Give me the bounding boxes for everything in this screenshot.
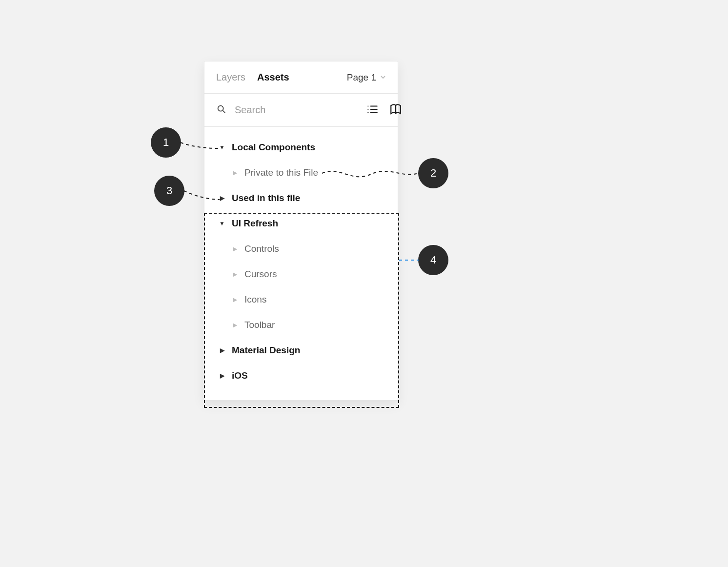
tree-item-used-in-file[interactable]: ▶ Used in this file [204,185,398,211]
caret-right-icon: ▶ [217,372,227,379]
svg-point-2 [367,105,368,106]
tab-bar: Layers Assets Page 1 [204,61,398,94]
tab-layers[interactable]: Layers [216,72,245,83]
page-selector[interactable]: Page 1 [347,72,386,83]
tree-item-label: Local Components [232,142,315,153]
tree-item-ui-refresh[interactable]: ▼ UI Refresh [204,211,398,236]
chevron-down-icon [380,74,386,81]
caret-right-icon: ▶ [217,347,227,354]
callout-number: 1 [163,136,169,149]
callout-number: 4 [430,254,436,266]
list-view-icon[interactable] [366,103,379,118]
tree-item-label: Cursors [244,269,277,280]
tree-item-private-to-file[interactable]: ▶ Private to this File [204,160,398,185]
tree-item-icons[interactable]: ▶ Icons [204,287,398,312]
caret-right-icon: ▶ [230,245,240,252]
callout-4: 4 [418,245,448,275]
search-toolbar [366,103,402,118]
svg-point-0 [218,105,223,111]
callout-1: 1 [151,127,181,158]
tree-item-label: Toolbar [244,320,275,330]
callout-2: 2 [418,158,448,188]
svg-point-6 [367,112,368,113]
caret-down-icon: ▼ [217,144,227,151]
tree-item-label: Used in this file [232,193,300,203]
tree-item-label: Controls [244,243,279,254]
tree-item-toolbar[interactable]: ▶ Toolbar [204,312,398,338]
tab-assets[interactable]: Assets [257,72,289,83]
callout-number: 3 [166,184,172,197]
search-icon [216,104,227,117]
callout-number: 2 [430,167,436,180]
tree-item-label: iOS [232,370,248,381]
caret-right-icon: ▶ [230,296,240,303]
caret-right-icon: ▶ [230,271,240,278]
caret-right-icon: ▶ [230,169,240,176]
tree-item-controls[interactable]: ▶ Controls [204,236,398,262]
caret-right-icon: ▶ [230,322,240,328]
caret-down-icon: ▼ [217,220,227,227]
callout-3: 3 [154,176,184,206]
search-input[interactable] [235,104,358,116]
tree-item-local-components[interactable]: ▼ Local Components [204,135,398,160]
asset-tree: ▼ Local Components ▶ Private to this Fil… [204,127,398,400]
tree-item-label: Private to this File [244,167,318,178]
tree-item-label: UI Refresh [232,218,278,229]
svg-point-4 [367,108,368,109]
connector-4 [399,259,420,262]
search-bar [204,94,398,127]
caret-right-icon: ▶ [217,195,227,202]
svg-line-1 [223,110,225,113]
tree-item-material-design[interactable]: ▶ Material Design [204,338,398,363]
tree-item-label: Icons [244,294,266,305]
page-selector-label: Page 1 [347,72,376,83]
library-icon[interactable] [389,103,402,118]
assets-panel: Layers Assets Page 1 [204,61,398,401]
tree-item-cursors[interactable]: ▶ Cursors [204,262,398,287]
tree-item-ios[interactable]: ▶ iOS [204,363,398,388]
tree-item-label: Material Design [232,345,300,356]
